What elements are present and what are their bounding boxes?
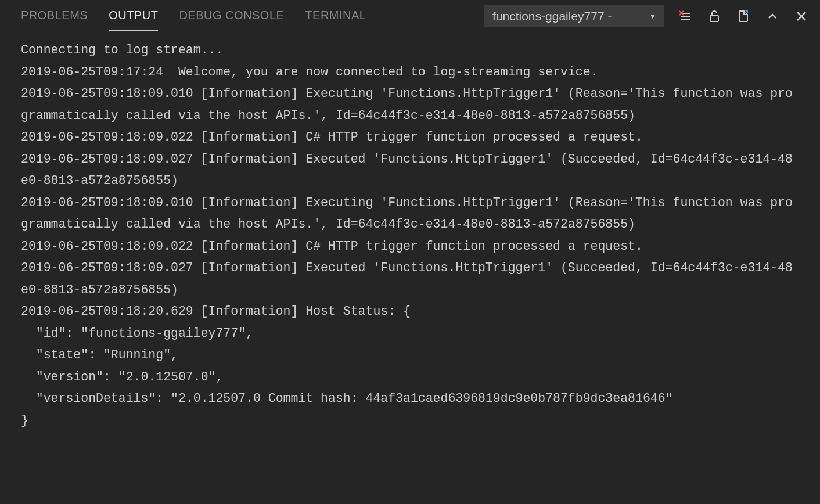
chevron-down-icon: ▼ xyxy=(649,12,656,20)
output-channel-dropdown[interactable]: functions-ggailey777 - ▼ xyxy=(484,5,664,27)
output-log-area[interactable]: Connecting to log stream... 2019-06-25T0… xyxy=(0,33,820,438)
dropdown-selected-label: functions-ggailey777 - xyxy=(492,9,612,23)
panel-header: PROBLEMS OUTPUT DEBUG CONSOLE TERMINAL f… xyxy=(0,0,820,33)
collapse-panel-icon[interactable] xyxy=(764,8,781,24)
lock-scroll-icon[interactable] xyxy=(706,8,722,24)
tab-debug-console[interactable]: DEBUG CONSOLE xyxy=(179,2,284,31)
panel-tabs: PROBLEMS OUTPUT DEBUG CONSOLE TERMINAL xyxy=(21,2,366,31)
tab-terminal[interactable]: TERMINAL xyxy=(305,2,366,31)
tab-output[interactable]: OUTPUT xyxy=(109,2,158,31)
svg-rect-5 xyxy=(710,16,718,21)
open-log-file-icon[interactable] xyxy=(735,8,751,24)
clear-output-icon[interactable] xyxy=(677,8,693,24)
close-panel-icon[interactable] xyxy=(793,8,810,24)
header-actions: functions-ggailey777 - ▼ xyxy=(484,5,810,27)
tab-problems[interactable]: PROBLEMS xyxy=(21,2,88,31)
